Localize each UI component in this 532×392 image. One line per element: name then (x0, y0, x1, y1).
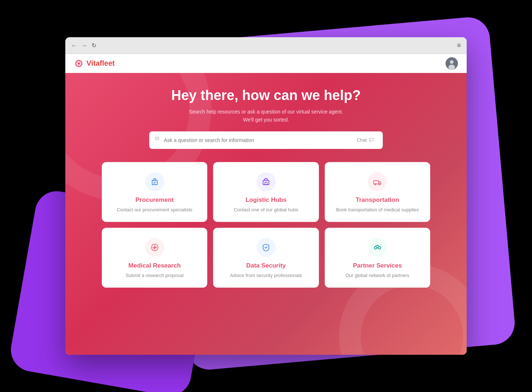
card-medical-research[interactable]: Medical Research Submit a research propo… (102, 228, 207, 288)
procurement-icon (150, 177, 159, 186)
cards-grid: Procurement Contact our procurement spec… (102, 162, 430, 288)
hero-subtitle: Search help resources or ask a question … (87, 108, 445, 124)
medical-research-icon-wrap (145, 238, 164, 257)
forward-button[interactable]: → (81, 42, 87, 49)
logistic-hubs-desc: Contact one of our global hubs (222, 207, 310, 213)
logo[interactable]: Vitafleet (74, 59, 115, 68)
medical-research-icon (150, 243, 159, 252)
card-procurement[interactable]: Procurement Contact our procurement spec… (102, 162, 207, 222)
svg-point-1 (78, 62, 80, 65)
data-security-desc: Advice from security professionals (222, 272, 310, 279)
search-icon (155, 137, 160, 143)
svg-rect-12 (374, 181, 379, 184)
main-content: Hey there, how can we help? Search help … (65, 73, 467, 355)
svg-rect-11 (265, 182, 267, 185)
partner-services-icon-wrap (368, 238, 387, 257)
transportation-title: Transportation (334, 196, 421, 204)
browser-chrome: ← → ↻ ≡ (65, 37, 467, 54)
procurement-title: Procurement (111, 196, 198, 204)
partner-services-title: Partner Services (334, 262, 421, 269)
search-bar: Chat (149, 131, 383, 149)
refresh-button[interactable]: ↻ (92, 42, 96, 49)
browser-menu-button[interactable]: ≡ (457, 42, 461, 49)
procurement-icon-wrap (145, 172, 164, 191)
medical-research-title: Medical Research (111, 262, 198, 269)
svg-point-14 (379, 184, 380, 185)
transportation-icon-wrap (368, 172, 387, 191)
transportation-desc: Book transportation of medical supplies (334, 207, 421, 213)
partner-services-icon (373, 243, 382, 252)
logistic-hubs-icon (262, 177, 270, 186)
svg-point-4 (448, 65, 455, 70)
svg-point-13 (374, 184, 376, 185)
data-security-icon-wrap (257, 238, 275, 257)
hero-title: Hey there, how can we help? (87, 88, 445, 103)
avatar[interactable] (446, 57, 458, 70)
transportation-icon (373, 177, 382, 186)
card-partner-services[interactable]: Partner Services Our global network of p… (325, 228, 430, 288)
svg-rect-10 (263, 180, 269, 185)
chat-icon (369, 138, 374, 143)
back-button[interactable]: ← (71, 42, 77, 49)
browser-window: ← → ↻ ≡ Vitafleet (65, 37, 467, 355)
medical-research-desc: Submit a research proposal (111, 272, 198, 279)
card-transportation[interactable]: Transportation Book transportation of me… (325, 162, 430, 222)
data-security-icon (262, 243, 270, 252)
logo-text: Vitafleet (86, 59, 115, 68)
partner-services-desc: Our global network of partners (334, 272, 421, 279)
hero-section: Hey there, how can we help? Search help … (87, 88, 445, 149)
procurement-desc: Contact our procurement specialists (111, 207, 198, 213)
avatar-image (446, 57, 458, 70)
svg-point-3 (450, 60, 454, 64)
card-data-security[interactable]: Data Security Advice from security profe… (213, 228, 319, 288)
logistic-hubs-icon-wrap (257, 172, 275, 191)
logistic-hubs-title: Logistic Hubs (222, 196, 310, 204)
logo-icon (74, 59, 84, 68)
search-input[interactable] (164, 137, 354, 143)
card-logistic-hubs[interactable]: Logistic Hubs Contact one of our global … (213, 162, 319, 222)
nav-bar: Vitafleet (65, 54, 467, 73)
svg-rect-7 (152, 180, 157, 185)
chat-button[interactable]: Chat (354, 136, 377, 144)
data-security-title: Data Security (222, 262, 310, 269)
